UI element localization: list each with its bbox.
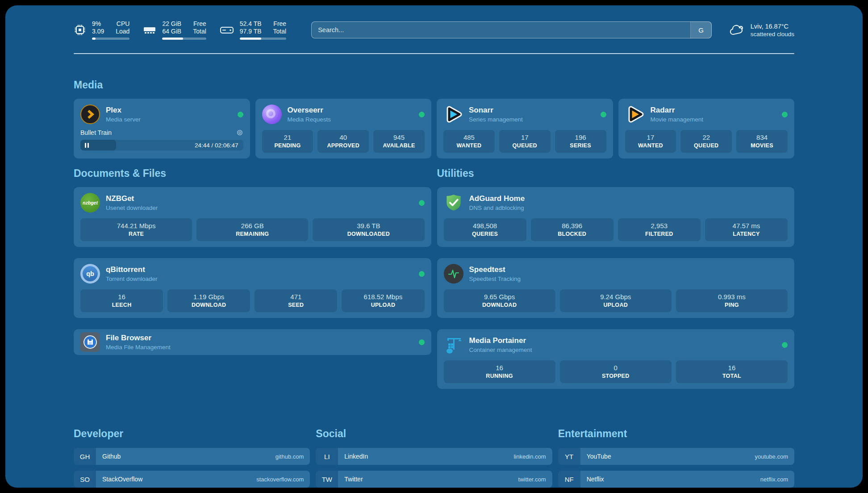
bookmark-stackoverflow[interactable]: SO StackOverflowstackoverflow.com (74, 471, 310, 488)
qbittorrent-title: qBittorrent (106, 265, 158, 274)
stat-tile: 744.21 MbpsRATE (80, 218, 192, 241)
radarr-icon (625, 104, 645, 124)
memory-total-value: 64 GiB (162, 28, 181, 35)
overseerr-icon (262, 104, 282, 124)
stat-tile: 498,508QUERIES (444, 218, 526, 241)
memory-widget: 22 GiB Free 64 GiB Total (143, 20, 206, 40)
disk-label-2: Total (273, 28, 287, 35)
plex-progress-bar[interactable]: 24:44 / 02:06:47 (80, 140, 243, 150)
bookmark-abbr: GH (74, 448, 96, 465)
service-card-sonarr[interactable]: Sonarr Series management 485WANTED 17QUE… (437, 99, 613, 159)
portainer-icon (444, 335, 463, 355)
adguard-icon (444, 193, 463, 213)
stat-tile: 16RUNNING (444, 360, 555, 383)
stat-tile: 9.24 GbpsUPLOAD (560, 289, 672, 312)
bookmark-github[interactable]: GH Githubgithub.com (74, 448, 310, 465)
section-title-media: Media (74, 79, 794, 91)
service-card-overseerr[interactable]: Overseerr Media Requests 21PENDING 40APP… (255, 99, 432, 159)
stat-tile: 2,953FILTERED (618, 218, 701, 241)
filebrowser-icon (80, 332, 100, 352)
nzbget-title: NZBGet (106, 194, 158, 203)
stat-tile: 196SERIES (555, 130, 606, 153)
sonarr-icon (443, 104, 463, 124)
service-card-qbittorrent[interactable]: qb qBittorrent Torrent downloader 16LEEC… (74, 258, 431, 318)
bookmark-youtube[interactable]: YT YouTubeyoutube.com (558, 448, 794, 465)
speedtest-subtitle: Speedtest Tracking (469, 276, 521, 282)
section-documents-files: Documents & Files nzbget NZBGet Usenet d… (74, 167, 431, 400)
service-card-nzbget[interactable]: nzbget NZBGet Usenet downloader 744.21 M… (74, 187, 431, 247)
disk-icon (220, 24, 234, 36)
speedtest-title: Speedtest (469, 265, 521, 274)
section-entertainment: Entertainment YT YouTubeyoutube.com NF N… (558, 428, 794, 488)
adguard-title: AdGuard Home (469, 194, 525, 203)
cpu-widget: 9% CPU 3.09 Load (74, 20, 129, 40)
qbittorrent-subtitle: Torrent downloader (106, 276, 158, 282)
stat-tile: 16TOTAL (676, 360, 788, 383)
disk-free-value: 52.4 TB (240, 20, 262, 28)
memory-label-1: Free (193, 20, 206, 28)
settings-gear-icon[interactable] (236, 129, 243, 136)
bookmark-abbr: SO (74, 471, 96, 488)
search-box: G (311, 21, 712, 38)
section-developer: Developer GH Githubgithub.com SO StackOv… (74, 428, 310, 488)
stat-tile: 618.52 MbpsUPLOAD (342, 289, 424, 312)
dashboard-page: 9% CPU 3.09 Load (5, 5, 863, 488)
plex-icon (80, 104, 100, 124)
service-card-radarr[interactable]: Radarr Movie management 17WANTED 22QUEUE… (618, 99, 795, 159)
stat-tile: 22QUEUED (680, 130, 732, 153)
cloud-icon (729, 23, 745, 37)
stat-tile: 834MOVIES (736, 130, 788, 153)
radarr-subtitle: Movie management (651, 116, 704, 123)
stat-tile: 266 GBREMAINING (196, 218, 308, 241)
disk-progress-fill (240, 38, 261, 40)
stat-tile: 17QUEUED (499, 130, 551, 153)
search-input[interactable] (311, 21, 712, 38)
stat-tile: 47.57 msLATENCY (705, 218, 788, 241)
bookmark-linkedin[interactable]: LI LinkedInlinkedin.com (316, 448, 552, 465)
nzbget-icon: nzbget (80, 193, 100, 213)
pause-icon[interactable] (85, 143, 89, 148)
section-title-entertainment: Entertainment (558, 428, 794, 440)
filebrowser-status-dot (419, 339, 425, 345)
portainer-status-dot (782, 342, 788, 348)
disk-widget: 52.4 TB Free 97.9 TB Total (220, 20, 286, 40)
section-title-documents: Documents & Files (74, 167, 431, 180)
plex-status-dot (238, 112, 243, 117)
bookmark-abbr: NF (558, 471, 580, 488)
service-card-adguard[interactable]: AdGuard Home DNS and adblocking 498,508Q… (437, 187, 795, 247)
plex-title: Plex (106, 106, 141, 115)
bookmark-abbr: TW (316, 471, 338, 488)
memory-progress-bar (162, 38, 206, 40)
overseerr-title: Overseerr (288, 106, 331, 115)
section-title-utilities: Utilities (437, 167, 795, 180)
cpu-load-value: 3.09 (92, 28, 104, 35)
disk-total-value: 97.9 TB (240, 28, 262, 35)
service-card-speedtest[interactable]: Speedtest Speedtest Tracking 9.65 GbpsDO… (437, 258, 795, 318)
cpu-progress-fill (92, 38, 96, 40)
section-title-social: Social (316, 428, 552, 440)
bookmark-netflix[interactable]: NF Netflixnetflix.com (558, 471, 794, 488)
stat-tile: 40APPROVED (317, 130, 369, 153)
service-card-plex[interactable]: Plex Media server Bullet Train (74, 99, 250, 159)
memory-label-2: Total (193, 28, 206, 35)
search-engine-badge[interactable]: G (690, 21, 712, 38)
stat-tile: 9.65 GbpsDOWNLOAD (444, 289, 555, 312)
cpu-label-2: Load (116, 28, 129, 35)
section-media: Media Plex Media server (74, 79, 794, 159)
plex-playback-time: 24:44 / 02:06:47 (195, 142, 238, 149)
qbittorrent-status-dot (419, 271, 425, 277)
bookmark-twitter[interactable]: TW Twittertwitter.com (316, 471, 552, 488)
overseerr-subtitle: Media Requests (288, 116, 331, 123)
stat-tile: 471SEED (255, 289, 337, 312)
cpu-usage-value: 9% (92, 20, 104, 28)
service-card-portainer[interactable]: Media Portainer Container management 16R… (437, 329, 795, 389)
service-card-filebrowser[interactable]: File Browser Media File Management (74, 329, 431, 355)
stat-tile: 1.19 GbpsDOWNLOAD (167, 289, 250, 312)
plex-now-playing-title: Bullet Train (80, 129, 112, 136)
weather-widget: Lviv, 16.87°C scattered clouds (729, 23, 794, 38)
stat-tile: 945AVAILABLE (373, 130, 425, 153)
stat-tile: 17WANTED (625, 130, 676, 153)
stat-tile: 16LEECH (80, 289, 163, 312)
cpu-icon (74, 24, 86, 36)
sonarr-title: Sonarr (469, 106, 523, 115)
